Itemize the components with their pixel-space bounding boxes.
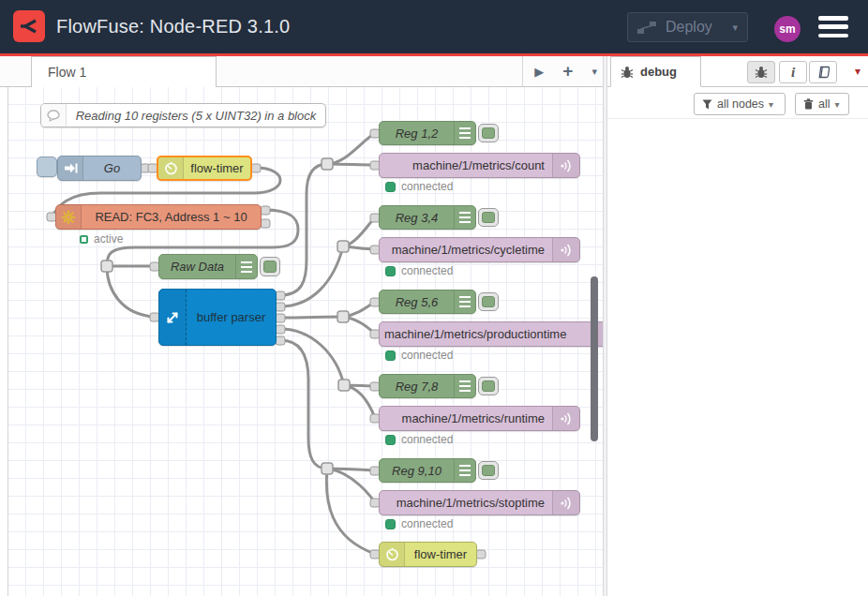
wire[interactable] xyxy=(327,469,375,502)
debug-enable-toggle[interactable] xyxy=(478,292,499,311)
main-menu-button[interactable] xyxy=(818,16,848,37)
debug-node-label: Reg 1,2 xyxy=(380,127,454,141)
status-text: connected xyxy=(401,264,453,277)
inject-node[interactable]: Go xyxy=(57,156,142,181)
wire[interactable] xyxy=(327,164,375,165)
node-port[interactable] xyxy=(476,550,486,559)
node-port[interactable] xyxy=(261,206,270,215)
mqtt-out-node[interactable]: machine/1/metrics/stoptime xyxy=(379,490,580,515)
mqtt-topic-label: machine/1/metrics/stoptime xyxy=(380,496,552,510)
timer-clock-icon xyxy=(158,157,184,179)
wire[interactable] xyxy=(280,329,344,385)
wire[interactable] xyxy=(280,317,343,318)
debug-messages-panel[interactable] xyxy=(607,119,868,596)
trash-icon xyxy=(803,98,814,110)
page-title: FlowFuse: Node-RED 3.1.0 xyxy=(56,0,290,53)
node-status: connected xyxy=(385,517,453,530)
mqtt-out-node[interactable]: machine/1/metrics/productiontime xyxy=(379,321,603,347)
funnel-icon xyxy=(702,99,712,110)
canvas-vertical-scrollbar[interactable] xyxy=(591,276,598,441)
wire-junction[interactable] xyxy=(322,463,333,474)
debug-filter-bug-button[interactable] xyxy=(747,61,775,83)
deploy-options-caret-icon[interactable]: ▾ xyxy=(732,22,738,34)
buffer-parser-node[interactable]: buffer parser xyxy=(158,289,277,346)
mqtt-topic-label: machine/1/metrics/count xyxy=(380,158,552,172)
add-flow-button[interactable]: + xyxy=(562,61,573,82)
debug-enable-toggle[interactable] xyxy=(478,208,499,227)
status-dot-icon xyxy=(385,435,396,445)
flow-canvas[interactable]: Reading 10 registers (5 x UINT32) in a b… xyxy=(7,87,603,596)
node-port[interactable] xyxy=(276,291,285,300)
node-status: active xyxy=(80,232,123,246)
node-port[interactable] xyxy=(276,325,285,334)
wire-junction[interactable] xyxy=(337,241,349,252)
filter-nodes-dropdown[interactable]: all nodes ▾ xyxy=(694,93,786,115)
wire[interactable] xyxy=(280,340,327,469)
help-book-button[interactable] xyxy=(809,61,837,83)
debug-node-reg[interactable]: Reg 5,6 xyxy=(379,290,476,314)
gear-icon xyxy=(56,205,82,229)
debug-enable-toggle[interactable] xyxy=(478,124,499,142)
flow-tabbar: Flow 1 ▶ + ▾ xyxy=(0,56,603,87)
debug-enable-toggle[interactable] xyxy=(478,377,499,395)
tab-debug[interactable]: debug xyxy=(610,56,701,87)
node-red-app: FlowFuse: Node-RED 3.1.0 Deploy ▾ sm Flo… xyxy=(0,0,868,596)
flow-timer-node[interactable]: flow-timer xyxy=(379,542,477,567)
flow-timer-node-selected[interactable]: flow-timer xyxy=(157,156,252,181)
tab-flow-1[interactable]: Flow 1 xyxy=(31,56,217,87)
flow-timer-label: flow-timer xyxy=(405,547,476,561)
mqtt-out-node[interactable]: machine/1/metrics/cycletime xyxy=(379,237,580,262)
broadcast-icon xyxy=(552,238,579,261)
header-bar: FlowFuse: Node-RED 3.1.0 Deploy ▾ sm xyxy=(0,0,868,53)
tab-list-caret-icon[interactable]: ▾ xyxy=(591,66,597,78)
comment-text: Reading 10 registers (5 x UINT32) in a b… xyxy=(67,109,325,123)
comment-node[interactable]: Reading 10 registers (5 x UINT32) in a b… xyxy=(40,103,326,127)
inject-trigger-button[interactable] xyxy=(37,156,57,177)
node-port[interactable] xyxy=(276,314,285,322)
status-text: connected xyxy=(401,517,453,530)
debug-enable-toggle[interactable] xyxy=(260,257,280,276)
mqtt-out-node[interactable]: machine/1/metrics/runtime xyxy=(379,406,580,431)
node-port[interactable] xyxy=(251,164,261,172)
debug-node-label: Reg 7,8 xyxy=(380,380,454,394)
debug-node-reg[interactable]: Reg 7,8 xyxy=(379,374,476,398)
mqtt-topic-label: machine/1/metrics/runtime xyxy=(380,411,552,425)
node-port[interactable] xyxy=(276,336,285,345)
debug-node-label: Reg 3,4 xyxy=(380,211,454,225)
clear-messages-dropdown[interactable]: all ▾ xyxy=(795,93,849,115)
node-status: connected xyxy=(385,264,453,277)
inject-node-label: Go xyxy=(83,161,141,175)
node-info-button[interactable]: i xyxy=(779,61,807,83)
mqtt-out-node[interactable]: machine/1/metrics/count xyxy=(379,153,580,178)
debug-node-raw-data[interactable]: Raw Data xyxy=(158,254,258,279)
comment-bubble-icon xyxy=(41,104,67,127)
modbus-read-node[interactable]: READ: FC3, Address 1 ~ 10 xyxy=(55,204,262,230)
debug-enable-toggle[interactable] xyxy=(478,461,499,480)
wire[interactable] xyxy=(326,469,375,554)
wire-junction[interactable] xyxy=(338,380,350,391)
filter-label: all nodes xyxy=(717,97,764,111)
status-dot-icon xyxy=(385,350,396,361)
sidebar-collapse-caret-icon[interactable]: ▾ xyxy=(855,65,861,78)
wire-junction[interactable] xyxy=(101,261,112,272)
wire[interactable] xyxy=(280,164,327,295)
menu-bar-icon xyxy=(818,16,848,21)
avatar[interactable]: sm xyxy=(774,16,801,42)
wire-junction[interactable] xyxy=(337,311,349,322)
scroll-tabs-right-icon[interactable]: ▶ xyxy=(534,65,544,79)
status-dot-icon xyxy=(385,266,396,276)
buffer-parser-label: buffer parser xyxy=(187,310,276,324)
debug-node-reg[interactable]: Reg 9,10 xyxy=(379,458,476,483)
wire[interactable] xyxy=(280,246,343,306)
wire[interactable] xyxy=(327,133,375,164)
debug-node-reg[interactable]: Reg 3,4 xyxy=(379,205,476,230)
node-port[interactable] xyxy=(261,219,270,228)
node-port[interactable] xyxy=(276,303,285,311)
deploy-button[interactable]: Deploy ▾ xyxy=(627,12,748,42)
bug-icon xyxy=(755,66,768,79)
wire-junction[interactable] xyxy=(322,158,333,170)
status-text: connected xyxy=(401,433,453,446)
chevron-down-icon: ▾ xyxy=(769,99,773,110)
debug-node-reg[interactable]: Reg 1,2 xyxy=(379,121,476,145)
wire[interactable] xyxy=(107,266,155,317)
